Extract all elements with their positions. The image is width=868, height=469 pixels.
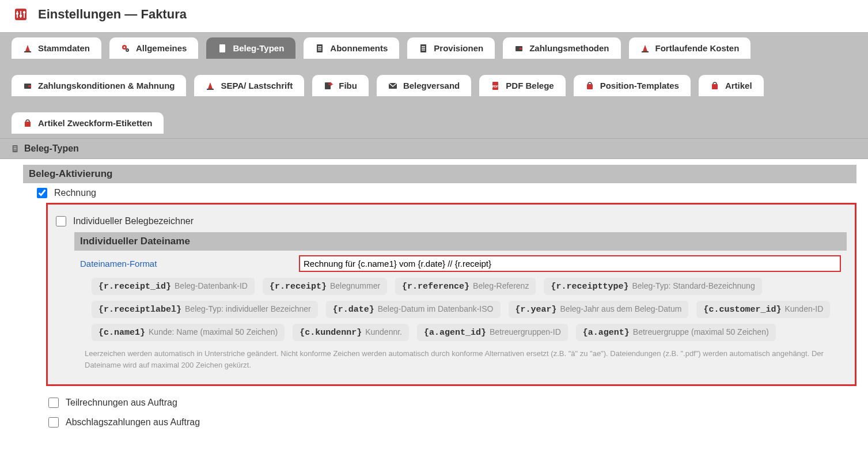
tab-beleg-typen[interactable]: Beleg-Typen — [206, 37, 295, 59]
tab-stammdaten[interactable]: Stammdaten — [12, 37, 101, 59]
svg-rect-16 — [221, 50, 224, 51]
placeholder-code: {r.date} — [333, 305, 374, 315]
placeholder-tag[interactable]: {r.receipt_id}Beleg-Datenbank-ID — [92, 278, 255, 295]
placeholder-tag[interactable]: {r.date}Beleg-Datum im Datenbank-ISO — [326, 301, 501, 318]
rechnung-checkbox[interactable] — [37, 188, 47, 198]
svg-rect-37 — [587, 84, 593, 89]
rechnung-row: Rechnung — [23, 183, 856, 203]
tab-label: Fibu — [339, 81, 357, 90]
teilrechnungen-checkbox[interactable] — [48, 398, 59, 408]
svg-rect-42 — [14, 148, 17, 149]
placeholder-tag[interactable]: {r.receiptlabel}Beleg-Typ: individueller… — [92, 301, 318, 318]
gears-icon — [121, 44, 130, 53]
bag-icon — [710, 81, 719, 90]
tab-artikel[interactable]: Artikel — [699, 75, 764, 96]
format-row: Dateinamen-Format — [80, 255, 841, 272]
placeholder-tag[interactable]: {r.receipttype}Beleg-Typ: Standard-Bezei… — [544, 278, 761, 295]
tab-zahlungskonditionen-mahnung[interactable]: Zahlungskonditionen & Mahnung — [12, 75, 186, 96]
svg-rect-20 — [318, 50, 321, 51]
wallet-icon — [23, 81, 32, 90]
svg-rect-4 — [16, 13, 18, 14]
svg-rect-32 — [207, 89, 214, 90]
individueller-bezeichner-row: Individueller Belegbezeichner — [54, 213, 849, 232]
dateiname-panel-title: Individueller Dateiname — [74, 232, 847, 251]
svg-rect-18 — [318, 46, 321, 47]
tab-fortlaufende-kosten[interactable]: Fortlaufende Kosten — [629, 37, 751, 59]
tags-wrap: {r.receipt_id}Beleg-Datenbank-ID{r.recei… — [92, 278, 841, 341]
placeholder-code: {r.receipt} — [270, 282, 327, 292]
abschlag-row: Abschlagszahlungen aus Auftrag — [46, 413, 856, 432]
svg-point-12 — [127, 50, 128, 51]
placeholder-desc: Beleg-Jahr aus dem Beleg-Datum — [560, 304, 682, 313]
svg-rect-15 — [221, 48, 224, 49]
bag-icon — [23, 119, 32, 128]
placeholder-desc: Beleg-Referenz — [473, 281, 529, 290]
doc-icon — [12, 145, 20, 153]
pdf-icon: PDF — [491, 81, 500, 90]
placeholder-desc: Beleg-Datum im Datenbank-ISO — [378, 304, 494, 313]
placeholder-code: {r.year} — [516, 305, 557, 315]
svg-rect-6 — [23, 12, 25, 13]
tab-label: PDF Belege — [506, 81, 554, 90]
tab-abonnements[interactable]: Abonnements — [304, 37, 399, 59]
svg-rect-38 — [712, 84, 718, 89]
placeholder-desc: Beleg-Datenbank-ID — [175, 281, 248, 290]
placeholder-tag[interactable]: {c.name1}Kunde: Name (maximal 50 Zeichen… — [92, 324, 285, 341]
tab-provisionen[interactable]: Provisionen — [407, 37, 495, 59]
placeholder-tag[interactable]: {a.agent}Betreuergruppe (maximal 50 Zeic… — [576, 324, 776, 341]
svg-rect-24 — [422, 50, 425, 51]
cone-icon — [23, 44, 32, 53]
svg-rect-41 — [14, 147, 17, 147]
abschlag-checkbox[interactable] — [48, 417, 59, 428]
page-header: Einstellungen — Faktura — [0, 0, 868, 32]
cone-icon — [206, 81, 215, 90]
placeholder-tag[interactable]: {c.kundennr}Kundennr. — [293, 324, 409, 341]
placeholder-code: {a.agent} — [583, 328, 630, 338]
tab-belegversand[interactable]: Belegversand — [377, 75, 471, 96]
tab-label: Zahlungskonditionen & Mahnung — [38, 81, 175, 90]
placeholder-tag[interactable]: {c.customer_id}Kunden-ID — [696, 301, 830, 318]
tab-label: Belegversand — [403, 81, 460, 90]
svg-rect-39 — [25, 122, 31, 127]
placeholder-tag[interactable]: {r.reference}Beleg-Referenz — [395, 278, 536, 295]
tab-pdf-belege[interactable]: PDFPDF Belege — [479, 75, 565, 96]
placeholder-desc: Kunden-ID — [784, 304, 823, 313]
placeholder-tag[interactable]: {r.receipt}Belegnummer — [263, 278, 387, 295]
dateiname-panel: Individueller Dateiname Dateinamen-Forma… — [74, 232, 847, 376]
svg-rect-33 — [325, 82, 331, 89]
teilrechnungen-row: Teilrechnungen aus Auftrag — [46, 393, 856, 413]
tab-artikel-zweckform-etiketten[interactable]: Artikel Zweckform-Etiketten — [12, 112, 164, 134]
tab-sepa-lastschrift[interactable]: SEPA/ Lastschrift — [194, 75, 304, 96]
tab-fibu[interactable]: Fibu — [312, 75, 369, 96]
tab-label: Abonnements — [330, 43, 388, 53]
tab-label: Position-Templates — [600, 81, 679, 90]
placeholder-code: {r.receipt_id} — [98, 282, 171, 292]
individueller-bezeichner-checkbox[interactable] — [56, 216, 66, 226]
dateiname-panel-body: Dateinamen-Format {r.receipt_id}Beleg-Da… — [74, 251, 847, 376]
tab-label: Artikel — [725, 81, 752, 90]
svg-rect-8 — [24, 51, 31, 52]
format-input[interactable] — [299, 255, 841, 272]
svg-marker-7 — [25, 45, 30, 51]
svg-rect-26 — [520, 48, 522, 50]
placeholder-tag[interactable]: {a.agent_id}Betreuergruppen-ID — [417, 324, 568, 341]
format-label: Dateinamen-Format — [80, 259, 299, 268]
content-area: Beleg-Aktivierung Rechnung Individueller… — [0, 165, 868, 449]
placeholder-desc: Beleg-Typ: Standard-Bezeichnung — [632, 281, 755, 290]
svg-rect-5 — [20, 15, 22, 17]
tab-allgemeines[interactable]: Allgemeines — [109, 37, 198, 59]
svg-text:PDF: PDF — [492, 85, 498, 88]
doc-icon — [315, 44, 324, 53]
placeholder-code: {r.receiptlabel} — [98, 305, 181, 315]
doc-icon — [218, 44, 227, 53]
tab-label: Zahlungsmethoden — [529, 43, 609, 53]
after-rows: Teilrechnungen aus Auftrag Abschlagszahl… — [46, 393, 856, 432]
svg-rect-28 — [642, 51, 649, 52]
placeholder-tag[interactable]: {r.year}Beleg-Jahr aus dem Beleg-Datum — [509, 301, 689, 318]
placeholder-code: {c.kundennr} — [300, 328, 362, 338]
individueller-bezeichner-label: Individueller Belegbezeichner — [73, 216, 194, 226]
tab-bar: StammdatenAllgemeinesBeleg-TypenAbonneme… — [0, 32, 868, 139]
tab-zahlungsmethoden[interactable]: Zahlungsmethoden — [503, 37, 620, 59]
tab-position-templates[interactable]: Position-Templates — [574, 75, 691, 96]
tab-label: Artikel Zweckform-Etiketten — [38, 118, 152, 128]
